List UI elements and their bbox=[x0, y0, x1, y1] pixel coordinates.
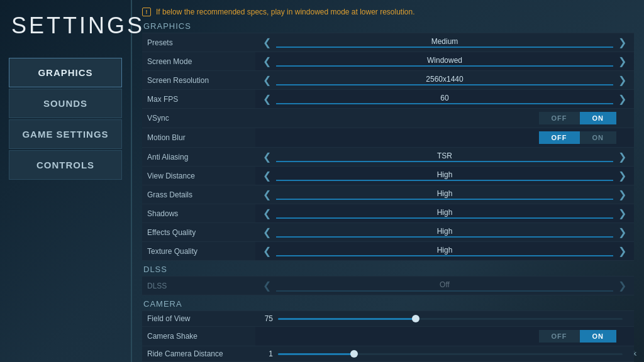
effects-quality-control: ❮ High ❯ bbox=[260, 226, 629, 238]
texture-quality-value: High bbox=[276, 246, 613, 256]
effects-quality-left-arrow[interactable]: ❮ bbox=[260, 226, 274, 238]
ride-camera-slider-thumb[interactable] bbox=[350, 350, 358, 358]
dlss-settings-table: DLSS ❮ Off ❯ bbox=[142, 276, 634, 295]
presets-right-arrow[interactable]: ❯ bbox=[616, 36, 629, 48]
effects-quality-right-arrow[interactable]: ❯ bbox=[616, 226, 629, 238]
table-row: Ride Camera Distance 1 bbox=[142, 346, 634, 362]
sidebar-item-sounds[interactable]: Sounds bbox=[9, 89, 122, 118]
anti-aliasing-control: ❮ TSR ❯ bbox=[260, 151, 629, 163]
dlss-section-label: DLSS bbox=[142, 265, 634, 274]
warning-icon: ! bbox=[142, 8, 151, 16]
presets-control: ❮ Medium ❯ bbox=[260, 36, 629, 48]
graphics-section-label: Graphics bbox=[142, 21, 634, 31]
table-row: Texture Quality ❮ High ❯ bbox=[142, 242, 634, 261]
texture-quality-right-arrow[interactable]: ❯ bbox=[616, 245, 629, 257]
max-fps-left-arrow[interactable]: ❮ bbox=[260, 93, 274, 105]
camera-shake-on-button[interactable]: ON bbox=[580, 330, 617, 343]
screen-mode-control: ❮ Windowed ❯ bbox=[260, 55, 629, 67]
setting-name-ride-camera-distance: Ride Camera Distance bbox=[142, 346, 255, 362]
table-row: Field of View 75 bbox=[142, 311, 634, 327]
view-distance-right-arrow[interactable]: ❯ bbox=[616, 170, 629, 182]
grass-details-left-arrow[interactable]: ❮ bbox=[260, 189, 274, 200]
table-row: View Distance ❮ High ❯ bbox=[142, 167, 634, 185]
max-fps-value: 60 bbox=[276, 94, 613, 104]
resolution-value: 2560x1440 bbox=[276, 75, 613, 85]
setting-name-screen-resolution: Screen Resolution bbox=[142, 71, 255, 90]
setting-name-view-distance: View Distance bbox=[142, 167, 255, 185]
shadows-control: ❮ High ❯ bbox=[260, 207, 629, 219]
ride-camera-slider-row: 1 bbox=[260, 349, 629, 358]
warning-bar: ! If below the recommended specs, play i… bbox=[142, 8, 634, 16]
resolution-left-arrow[interactable]: ❮ bbox=[260, 74, 274, 86]
setting-name-anti-aliasing: Anti Aliasing bbox=[142, 148, 255, 167]
setting-name-motion-blur: Motion Blur bbox=[142, 128, 255, 148]
ride-camera-slider-track[interactable] bbox=[278, 353, 623, 355]
view-distance-value: High bbox=[276, 170, 613, 181]
page-title: SETTINGS bbox=[0, 6, 131, 52]
sidebar-item-graphics[interactable]: Graphics bbox=[9, 58, 122, 87]
screen-mode-right-arrow[interactable]: ❯ bbox=[616, 55, 629, 67]
table-row: Anti Aliasing ❮ TSR ❯ bbox=[142, 148, 634, 167]
vsync-on-button[interactable]: ON bbox=[580, 112, 617, 124]
view-distance-left-arrow[interactable]: ❮ bbox=[260, 170, 274, 182]
camera-section-label: Camera bbox=[142, 299, 634, 309]
graphics-settings-table: Presets ❮ Medium ❯ Screen Mode ❮ Windowe… bbox=[142, 33, 634, 261]
setting-name-texture-quality: Texture Quality bbox=[142, 242, 255, 261]
ride-camera-value: 1 bbox=[260, 349, 273, 358]
grass-details-value: High bbox=[276, 189, 613, 200]
max-fps-control: ❮ 60 ❯ bbox=[260, 93, 629, 105]
setting-name-fov: Field of View bbox=[142, 311, 255, 327]
sidebar-nav: Graphics Sounds Game Settings Controls bbox=[0, 52, 131, 186]
motion-blur-toggle-group: OFF ON bbox=[260, 131, 629, 144]
effects-quality-value: High bbox=[276, 227, 613, 238]
sidebar: SETTINGS Graphics Sounds Game Settings C… bbox=[0, 0, 132, 362]
table-row: Shadows ❮ High ❯ bbox=[142, 204, 634, 223]
setting-name-screen-mode: Screen Mode bbox=[142, 52, 255, 71]
screen-mode-value: Windowed bbox=[276, 56, 613, 67]
shadows-value: High bbox=[276, 208, 613, 219]
camera-shake-off-button[interactable]: OFF bbox=[539, 330, 580, 343]
table-row: DLSS ❮ Off ❯ bbox=[142, 277, 634, 295]
fov-slider-track[interactable] bbox=[278, 318, 623, 320]
dlss-control: ❮ Off ❯ bbox=[260, 280, 629, 292]
setting-name-camera-shake: Camera Shake bbox=[142, 327, 255, 346]
setting-name-max-fps: Max FPS bbox=[142, 90, 255, 109]
setting-name-dlss: DLSS bbox=[142, 277, 255, 295]
table-row: Screen Mode ❮ Windowed ❯ bbox=[142, 52, 634, 71]
table-row: Presets ❮ Medium ❯ bbox=[142, 33, 634, 52]
texture-quality-left-arrow[interactable]: ❮ bbox=[260, 245, 274, 257]
table-row: Screen Resolution ❮ 2560x1440 ❯ bbox=[142, 71, 634, 90]
camera-shake-toggle-group: OFF ON bbox=[260, 330, 629, 343]
fov-value: 75 bbox=[260, 314, 273, 323]
screen-resolution-control: ❮ 2560x1440 ❯ bbox=[260, 74, 629, 86]
table-row: Camera Shake OFF ON bbox=[142, 327, 634, 346]
motion-blur-off-button[interactable]: OFF bbox=[539, 131, 580, 144]
grass-details-control: ❮ High ❯ bbox=[260, 189, 629, 200]
setting-name-shadows: Shadows bbox=[142, 204, 255, 223]
presets-value: Medium bbox=[276, 37, 613, 48]
motion-blur-on-button[interactable]: ON bbox=[580, 131, 617, 144]
sidebar-item-game-settings[interactable]: Game Settings bbox=[9, 119, 122, 149]
anti-aliasing-right-arrow[interactable]: ❯ bbox=[616, 151, 629, 163]
table-row: Effects Quality ❮ High ❯ bbox=[142, 223, 634, 242]
vsync-off-button[interactable]: OFF bbox=[539, 112, 580, 124]
anti-aliasing-left-arrow[interactable]: ❮ bbox=[260, 151, 274, 163]
grass-details-right-arrow[interactable]: ❯ bbox=[616, 189, 629, 200]
screen-mode-left-arrow[interactable]: ❮ bbox=[260, 55, 274, 67]
max-fps-right-arrow[interactable]: ❯ bbox=[616, 93, 629, 105]
vsync-toggle-group: OFF ON bbox=[260, 112, 629, 124]
shadows-left-arrow[interactable]: ❮ bbox=[260, 207, 274, 219]
shadows-right-arrow[interactable]: ❯ bbox=[616, 207, 629, 219]
setting-name-presets: Presets bbox=[142, 33, 255, 52]
fov-slider-thumb[interactable] bbox=[412, 315, 419, 322]
camera-settings-table: Field of View 75 Camera Shake O bbox=[142, 310, 634, 362]
table-row: VSync OFF ON bbox=[142, 109, 634, 128]
resolution-right-arrow[interactable]: ❯ bbox=[616, 74, 629, 86]
table-row: Motion Blur OFF ON bbox=[142, 128, 634, 148]
dlss-right-arrow: ❯ bbox=[616, 280, 629, 292]
ride-camera-slider-fill bbox=[278, 353, 354, 355]
table-row: Grass Details ❮ High ❯ bbox=[142, 185, 634, 204]
presets-left-arrow[interactable]: ❮ bbox=[260, 36, 274, 48]
sidebar-item-controls[interactable]: Controls bbox=[9, 150, 122, 180]
anti-aliasing-value: TSR bbox=[276, 151, 613, 162]
